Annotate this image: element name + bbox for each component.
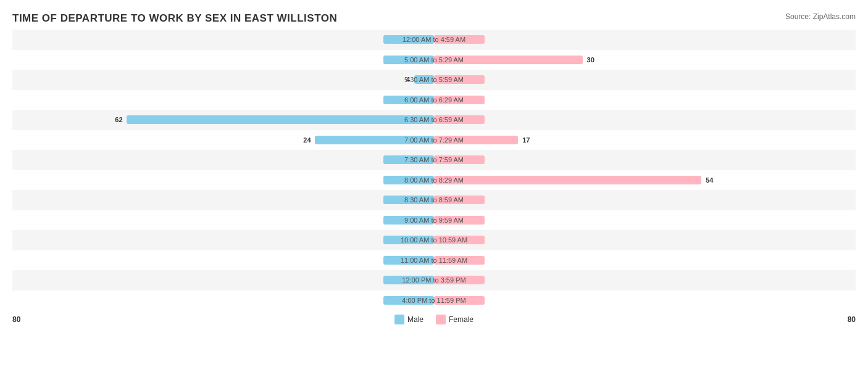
time-label: 7:30 AM to 7:59 AM [404, 156, 464, 163]
time-label: 12:00 AM to 4:59 AM [403, 36, 465, 43]
table-row: 7:00 AM to 7:29 AM2417 [12, 130, 856, 151]
table-row: 10:00 AM to 10:59 AM00 [12, 230, 856, 250]
bar-area: 12:00 AM to 4:59 AM00 [12, 30, 856, 50]
table-row: 6:30 AM to 6:59 AM620 [12, 110, 856, 130]
table-row: 4:00 PM to 11:59 PM00 [12, 291, 856, 311]
male-value: 24 [303, 136, 311, 144]
time-label: 11:00 AM to 11:59 AM [401, 257, 467, 264]
bar-area: 10:00 AM to 10:59 AM00 [12, 230, 856, 250]
time-label: 5:30 AM to 5:59 AM [404, 76, 464, 83]
bar-area: 8:00 AM to 8:29 AM054 [12, 170, 856, 191]
axis-left: 80 [12, 315, 20, 324]
bar-area: 8:30 AM to 8:59 AM00 [12, 190, 856, 210]
legend: Male Female [394, 315, 474, 324]
legend-female-box [436, 315, 446, 324]
table-row: 11:00 AM to 11:59 AM00 [12, 250, 856, 271]
female-value: 54 [706, 176, 713, 184]
legend-male: Male [394, 315, 424, 324]
table-row: 5:00 AM to 5:29 AM030 [12, 50, 856, 70]
bar-area: 6:00 AM to 6:29 AM00 [12, 90, 856, 110]
bar-area: 12:00 PM to 3:59 PM00 [12, 270, 856, 291]
female-bar [434, 176, 701, 184]
legend-female: Female [436, 315, 474, 324]
time-label: 6:30 AM to 6:59 AM [404, 116, 464, 123]
legend-female-label: Female [449, 315, 474, 324]
table-row: 5:30 AM to 5:59 AM40 [12, 70, 856, 90]
table-row: 7:30 AM to 7:59 AM00 [12, 150, 856, 170]
bar-area: 6:30 AM to 6:59 AM620 [12, 110, 856, 130]
time-label: 4:00 PM to 11:59 PM [402, 297, 465, 304]
time-label: 6:00 AM to 6:29 AM [404, 96, 464, 104]
chart-title: TIME OF DEPARTURE TO WORK BY SEX IN EAST… [12, 12, 856, 25]
time-label: 12:00 PM to 3:59 PM [402, 276, 465, 284]
source-text: Source: ZipAtlas.com [785, 12, 856, 21]
time-label: 8:30 AM to 8:59 AM [404, 196, 464, 204]
chart-container: TIME OF DEPARTURE TO WORK BY SEX IN EAST… [0, 0, 868, 367]
female-value: 30 [587, 56, 595, 64]
table-row: 12:00 PM to 3:59 PM00 [12, 270, 856, 291]
time-label: 5:00 AM to 5:29 AM [404, 56, 464, 64]
time-label: 9:00 AM to 9:59 AM [404, 216, 464, 224]
legend-male-label: Male [407, 315, 424, 324]
male-bar [127, 115, 434, 124]
bottom-area: 80 Male Female 80 [12, 310, 856, 329]
female-value: 17 [522, 136, 530, 144]
table-row: 12:00 AM to 4:59 AM00 [12, 30, 856, 50]
bar-area: 4:00 PM to 11:59 PM00 [12, 291, 856, 311]
legend-male-box [394, 315, 404, 324]
time-label: 10:00 AM to 10:59 AM [401, 236, 467, 244]
table-row: 8:30 AM to 8:59 AM00 [12, 190, 856, 210]
table-row: 8:00 AM to 8:29 AM054 [12, 170, 856, 191]
time-label: 7:00 AM to 7:29 AM [404, 136, 464, 144]
table-row: 6:00 AM to 6:29 AM00 [12, 90, 856, 110]
bar-area: 5:00 AM to 5:29 AM030 [12, 50, 856, 70]
time-label: 8:00 AM to 8:29 AM [404, 176, 464, 184]
rows-container: 12:00 AM to 4:59 AM005:00 AM to 5:29 AM0… [12, 30, 856, 310]
axis-right: 80 [848, 315, 856, 324]
bar-area: 9:00 AM to 9:59 AM00 [12, 210, 856, 231]
bar-area: 7:00 AM to 7:29 AM2417 [12, 130, 856, 151]
bar-area: 11:00 AM to 11:59 AM00 [12, 250, 856, 271]
male-value: 62 [115, 116, 122, 123]
chart-area: 12:00 AM to 4:59 AM005:00 AM to 5:29 AM0… [12, 30, 856, 329]
bar-area: 5:30 AM to 5:59 AM40 [12, 70, 856, 90]
table-row: 9:00 AM to 9:59 AM00 [12, 210, 856, 231]
bar-area: 7:30 AM to 7:59 AM00 [12, 150, 856, 170]
